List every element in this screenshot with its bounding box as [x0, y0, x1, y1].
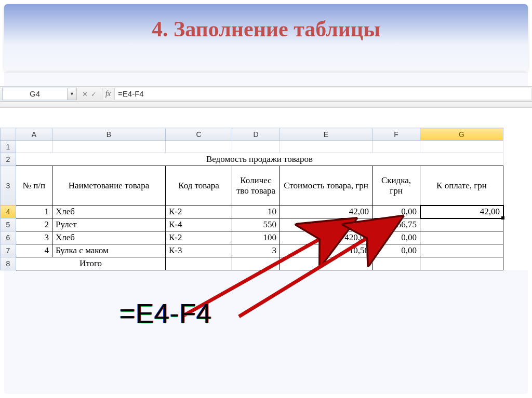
cell-F1[interactable]	[373, 141, 420, 153]
row-3: 3 № п/п Наиметование товара Код товара К…	[1, 166, 503, 205]
col-header-A[interactable]: A	[16, 128, 52, 141]
cell-D7[interactable]: 3	[232, 244, 280, 257]
cell-A4[interactable]: 1	[16, 205, 52, 218]
hdr-code[interactable]: Код товара	[166, 166, 232, 205]
col-header-D[interactable]: D	[232, 128, 280, 141]
row-7: 7 4 Булка с маком К-3 3 10,50 0,00	[1, 244, 503, 257]
cell-B4[interactable]: Хлеб	[52, 205, 166, 218]
cell-F6[interactable]: 0,00	[373, 231, 420, 244]
sheet-title[interactable]: Ведомость продажи товаров	[16, 153, 503, 166]
cancel-icon[interactable]: ✕	[82, 90, 88, 98]
hdr-name[interactable]: Наиметование товара	[52, 166, 166, 205]
cell-D5[interactable]: 550	[232, 218, 280, 231]
overlay-formula-text: =E4-F4	[119, 298, 212, 329]
cell-D8[interactable]	[232, 257, 280, 270]
formula-bar-row: G4 ▼ ✕ ✓ fx =E4-F4	[0, 86, 532, 102]
col-header-G[interactable]: G	[420, 128, 503, 141]
cell-D6[interactable]: 100	[232, 231, 280, 244]
cell-G1[interactable]	[420, 141, 503, 153]
name-box[interactable]: G4	[2, 88, 68, 100]
cell-B1[interactable]	[52, 141, 166, 153]
cell-F5[interactable]: 156,75	[373, 218, 420, 231]
row-header-5[interactable]: 5	[1, 218, 16, 231]
cell-C7[interactable]: К-3	[166, 244, 232, 257]
row-header-2[interactable]: 2	[1, 153, 16, 166]
footer-label[interactable]: Итого	[16, 257, 166, 270]
cell-A5[interactable]: 2	[16, 218, 52, 231]
select-all-corner[interactable]	[1, 128, 16, 141]
cell-B7[interactable]: Булка с маком	[52, 244, 166, 257]
col-header-E[interactable]: E	[280, 128, 373, 141]
cell-C5[interactable]: К-4	[166, 218, 232, 231]
column-headers: A B C D E F G	[1, 128, 503, 141]
name-box-dropdown[interactable]: ▼	[68, 88, 77, 100]
cell-E6[interactable]: 420,00	[280, 231, 373, 244]
cell-F7[interactable]: 0,00	[373, 244, 420, 257]
row-6: 6 3 Хлеб К-2 100 420,00 0,00	[1, 231, 503, 244]
row-2: 2 Ведомость продажи товаров	[1, 153, 503, 166]
cell-B5[interactable]: Рулет	[52, 218, 166, 231]
hdr-pay[interactable]: К оплате, грн	[420, 166, 503, 205]
cell-A6[interactable]: 3	[16, 231, 52, 244]
hdr-qty[interactable]: Количес тво товара	[232, 166, 280, 205]
cell-E8[interactable]	[280, 257, 373, 270]
col-header-C[interactable]: C	[166, 128, 232, 141]
ribbon-gap	[0, 102, 532, 108]
accept-icon[interactable]: ✓	[91, 90, 97, 98]
cell-G5[interactable]	[420, 218, 503, 231]
row-header-1[interactable]: 1	[1, 141, 16, 153]
cell-G6[interactable]	[420, 231, 503, 244]
hdr-disc[interactable]: Скидка, грн	[373, 166, 420, 205]
cell-G8[interactable]	[420, 257, 503, 270]
cell-E4[interactable]: 42,00	[280, 205, 373, 218]
row-header-6[interactable]: 6	[1, 231, 16, 244]
cell-C4[interactable]: К-2	[166, 205, 232, 218]
cell-G4-active[interactable]: 42,00	[420, 205, 503, 218]
row-1: 1	[1, 141, 503, 153]
hdr-npp[interactable]: № п/п	[16, 166, 52, 205]
cell-F4[interactable]: 0,00	[373, 205, 420, 218]
cell-E5[interactable]: 35,00	[280, 218, 373, 231]
row-header-3[interactable]: 3	[1, 166, 16, 205]
formula-input[interactable]: =E4-F4	[114, 88, 532, 100]
cell-A7[interactable]: 4	[16, 244, 52, 257]
cell-G7[interactable]	[420, 244, 503, 257]
cell-D1[interactable]	[232, 141, 280, 153]
spreadsheet-grid: A B C D E F G 1 2 Ведомость продажи	[0, 128, 532, 270]
excel-screenshot: G4 ▼ ✕ ✓ fx =E4-F4 A B C D E F G	[0, 86, 532, 270]
row-4: 4 1 Хлеб К-2 10 42,00 0,00 42,00	[1, 205, 503, 218]
row-header-7[interactable]: 7	[1, 244, 16, 257]
cell-C6[interactable]: К-2	[166, 231, 232, 244]
cell-D4[interactable]: 10	[232, 205, 280, 218]
row-header-8[interactable]: 8	[1, 257, 16, 270]
cell-F8[interactable]	[373, 257, 420, 270]
col-header-B[interactable]: B	[52, 128, 166, 141]
cell-E1[interactable]	[280, 141, 373, 153]
col-header-F[interactable]: F	[373, 128, 420, 141]
hdr-cost[interactable]: Стоимость товара, грн	[280, 166, 373, 205]
cell-A1[interactable]	[16, 141, 52, 153]
cell-C8[interactable]	[166, 257, 232, 270]
cell-B6[interactable]: Хлеб	[52, 231, 166, 244]
cell-E7[interactable]: 10,50	[280, 244, 373, 257]
slide-title: 4. Заполнение таблицы	[4, 4, 528, 71]
row-8: 8 Итого	[1, 257, 503, 270]
formula-bar-buttons: ✕ ✓	[77, 90, 102, 98]
row-5: 5 2 Рулет К-4 550 35,00 156,75	[1, 218, 503, 231]
fx-icon[interactable]: fx	[102, 88, 114, 100]
cell-C1[interactable]	[166, 141, 232, 153]
row-header-4[interactable]: 4	[1, 205, 16, 218]
